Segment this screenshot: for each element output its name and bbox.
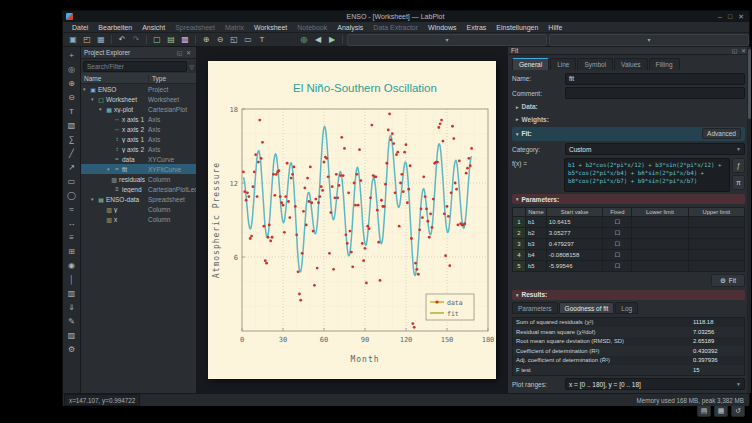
side-toolbar-icon[interactable]: ▨ <box>65 329 78 342</box>
tree-item[interactable]: ↕ y axis 1 Axis <box>81 134 196 144</box>
results-section-header[interactable]: ▾ Results: <box>512 290 745 300</box>
start-value-cell[interactable]: -5.99546 <box>546 260 603 271</box>
tree-item[interactable]: ↔ x axis 1 Axis <box>81 114 196 124</box>
lower-limit-cell[interactable] <box>632 249 688 260</box>
fixed-checkbox[interactable]: ☐ <box>603 227 632 238</box>
run-fit-button[interactable]: ⚙ Fit <box>711 274 745 287</box>
menu-item[interactable]: Spreadsheet <box>170 24 220 31</box>
filter-icon[interactable]: ▽ <box>189 63 194 70</box>
parameter-row[interactable]: 1 b1 10.6415 ☐ <box>513 216 745 227</box>
tree-item[interactable]: ▾ ≈ fit XYFitCurve <box>81 164 196 174</box>
menu-item[interactable]: Datei <box>67 24 93 31</box>
menu-item[interactable]: Notebook <box>292 24 332 31</box>
side-toolbar-icon[interactable]: │ <box>65 273 78 286</box>
menu-item[interactable]: Windows <box>423 24 461 31</box>
side-toolbar-icon[interactable]: ≡ <box>65 231 78 244</box>
maximize-button[interactable]: □ <box>728 13 732 21</box>
insert-constant-button[interactable]: π <box>732 175 745 190</box>
upper-limit-cell[interactable] <box>688 238 744 249</box>
search-input[interactable]: Search/Filter <box>83 61 187 72</box>
toolbar-icon[interactable]: ◀ <box>312 34 324 46</box>
toolbar-icon[interactable]: ▦ <box>95 34 107 46</box>
side-toolbar-icon[interactable]: ▧ <box>65 119 78 132</box>
toolbar-icon[interactable] <box>146 35 147 44</box>
side-toolbar-icon[interactable]: ≈ <box>65 203 78 216</box>
dock-scrollbar[interactable] <box>747 47 751 393</box>
parameter-row[interactable]: 5 b5 -5.99546 ☐ <box>513 260 745 271</box>
results-tab[interactable]: Parameters <box>512 302 558 314</box>
side-toolbar-icon[interactable]: ⊞ <box>65 245 78 258</box>
tree-item[interactable]: ↔ x axis 2 Axis <box>81 124 196 134</box>
side-toolbar-icon[interactable]: ◎ <box>65 63 78 76</box>
toolbar-icon[interactable]: ↷ <box>130 34 142 46</box>
results-tab[interactable]: Log <box>615 302 638 314</box>
comment-field[interactable] <box>565 87 745 99</box>
tree-item[interactable]: ▾ ▤ ENSO-data Spreadsheet <box>81 194 196 204</box>
upper-limit-cell[interactable] <box>688 216 744 227</box>
side-toolbar-icon[interactable]: ↗ <box>65 161 78 174</box>
close-dock-icon[interactable]: ✕ <box>184 49 193 56</box>
start-value-cell[interactable]: 3.05277 <box>546 227 603 238</box>
fixed-checkbox[interactable]: ☐ <box>603 249 632 260</box>
side-toolbar-icon[interactable]: + <box>65 49 78 62</box>
data-section-header[interactable]: ▸ Data: <box>512 102 745 112</box>
menu-item[interactable]: Einstellungen <box>491 24 543 31</box>
toolbar-icon[interactable]: ▩ <box>179 34 191 46</box>
tree-item[interactable]: ≈ data XYCurve <box>81 154 196 164</box>
tree-item[interactable]: ↕ y axis 2 Axis <box>81 144 196 154</box>
side-toolbar-icon[interactable]: ◉ <box>65 259 78 272</box>
toolbar-icon[interactable]: ▤ <box>165 34 177 46</box>
side-toolbar-icon[interactable]: ⊕ <box>65 77 78 90</box>
side-toolbar-icon[interactable]: ▭ <box>65 175 78 188</box>
upper-limit-cell[interactable] <box>688 260 744 271</box>
fixed-checkbox[interactable]: ☐ <box>603 238 632 249</box>
toolbar-icon[interactable]: ▣ <box>67 34 79 46</box>
category-combobox[interactable]: Custom ▼ <box>565 143 745 155</box>
xy-plot[interactable]: 030609012015018061218El Niño-Southern Os… <box>208 61 496 379</box>
minimize-button[interactable]: – <box>718 13 722 21</box>
toolbar-icon[interactable]: ▾ <box>347 34 547 46</box>
worksheet-paper[interactable]: 030609012015018061218El Niño-Southern Os… <box>208 61 496 379</box>
dock-tab[interactable]: Values <box>614 58 647 70</box>
menu-item[interactable]: Worksheet <box>249 24 292 31</box>
float-dock-icon[interactable]: ◱ <box>730 47 739 54</box>
side-toolbar-icon[interactable]: ▥ <box>65 287 78 300</box>
name-field[interactable]: fit <box>565 73 745 85</box>
menu-item[interactable]: Hilfe <box>543 24 567 31</box>
toolbar-icon[interactable]: ⊖ <box>214 34 226 46</box>
menu-item[interactable]: Ansicht <box>137 24 170 31</box>
tree-item[interactable]: ▾ ▢ Worksheet Worksheet <box>81 94 196 104</box>
tree-item[interactable]: ▾ ▣ ENSO Project <box>81 84 196 94</box>
toolbar-icon[interactable]: ⊕ <box>200 34 212 46</box>
menu-item[interactable]: Extras <box>461 24 491 31</box>
side-toolbar-icon[interactable]: ⊖ <box>65 91 78 104</box>
fixed-checkbox[interactable]: ☐ <box>603 216 632 227</box>
parameter-row[interactable]: 2 b2 3.05277 ☐ <box>513 227 745 238</box>
toolbar-icon[interactable] <box>195 35 196 44</box>
insert-function-button[interactable]: ƒ <box>732 158 745 173</box>
toolbar-icon[interactable]: ↶ <box>116 34 128 46</box>
fit-section-header[interactable]: ▾ Fit: Advanced <box>512 127 745 141</box>
toolbar-icon[interactable]: ◱ <box>228 34 240 46</box>
upper-limit-cell[interactable] <box>688 227 744 238</box>
side-toolbar-icon[interactable]: T <box>65 105 78 118</box>
toolbar-icon[interactable]: ▶ <box>326 34 338 46</box>
side-toolbar-icon[interactable]: ∑ <box>65 133 78 146</box>
results-tab[interactable]: Goodness of fit <box>559 302 615 314</box>
tree-item[interactable]: ≡ legend CartesianPlotLegend <box>81 184 196 194</box>
column-type[interactable]: Type <box>149 75 196 82</box>
start-value-cell[interactable]: 0.479297 <box>546 238 603 249</box>
float-dock-icon[interactable]: ◱ <box>175 49 184 56</box>
dock-tab[interactable]: Filling <box>649 58 680 70</box>
lower-limit-cell[interactable] <box>632 227 688 238</box>
tree-item[interactable]: ▥ x Column <box>81 214 196 224</box>
lower-limit-cell[interactable] <box>632 260 688 271</box>
side-toolbar-icon[interactable]: ⇓ <box>65 301 78 314</box>
close-button[interactable]: ✕ <box>738 13 744 21</box>
side-toolbar-icon[interactable]: ✎ <box>65 315 78 328</box>
advanced-button[interactable]: Advanced <box>702 128 741 139</box>
side-toolbar-icon[interactable]: ⚙ <box>65 343 78 356</box>
toolbar-icon[interactable]: ▭ <box>242 34 254 46</box>
dock-tab[interactable]: Symbol <box>577 58 613 70</box>
toolbar-icon[interactable]: ▾ <box>549 34 749 46</box>
